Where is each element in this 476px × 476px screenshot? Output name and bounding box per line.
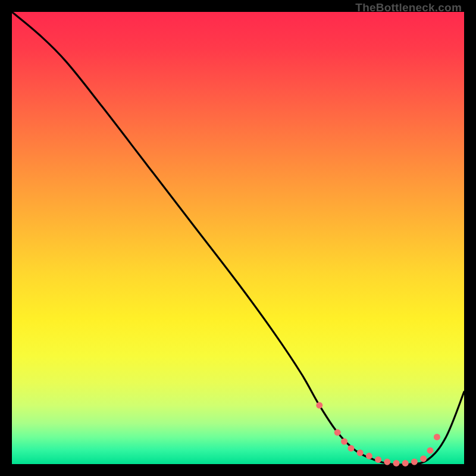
highlight-dot: [411, 459, 418, 465]
highlight-dot: [427, 447, 434, 454]
highlight-dot: [384, 459, 390, 465]
highlight-dot: [341, 439, 347, 445]
highlight-dot: [357, 450, 364, 456]
highlight-dot: [375, 456, 381, 463]
highlight-dot: [402, 460, 409, 466]
highlight-dot: [334, 429, 341, 436]
highlight-dot: [393, 460, 400, 466]
highlight-dot: [316, 402, 322, 409]
chart-svg: [12, 12, 464, 464]
highlight-dot: [420, 455, 427, 462]
highlight-dots: [316, 402, 440, 466]
highlight-dot: [366, 453, 372, 459]
highlight-dot: [348, 445, 355, 452]
bottleneck-curve: [12, 12, 464, 465]
highlight-dot: [434, 434, 440, 440]
